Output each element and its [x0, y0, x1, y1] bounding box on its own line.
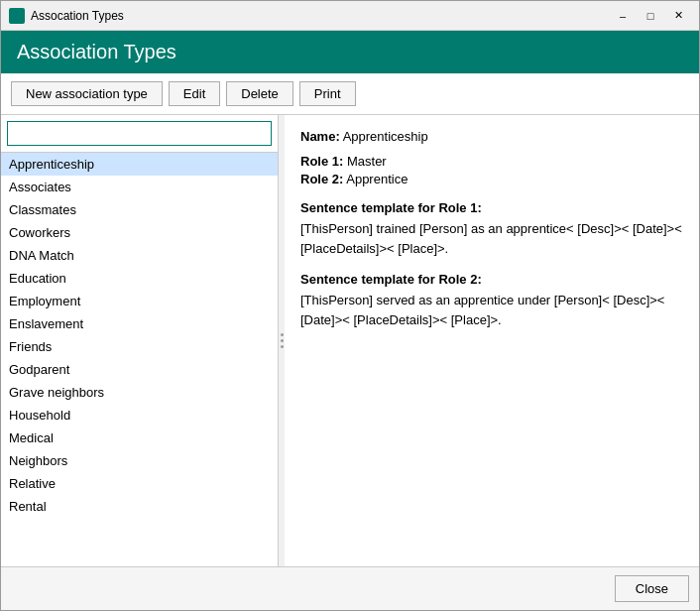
detail-panel: Name: Apprenticeship Role 1: Master Role… [285, 115, 699, 566]
window-close-button[interactable]: ✕ [665, 6, 691, 26]
list-item[interactable]: Household [1, 404, 278, 427]
header: Association Types [1, 31, 699, 73]
window-controls: – □ ✕ [610, 6, 691, 26]
delete-button[interactable]: Delete [226, 81, 293, 106]
splitter-dot-2 [281, 339, 284, 342]
splitter-dot-3 [281, 345, 284, 348]
list-item[interactable]: Employment [1, 290, 278, 312]
splitter-dot-1 [281, 333, 284, 336]
detail-role2-row: Role 2: Apprentice [300, 172, 683, 186]
list-item[interactable]: Grave neighbors [1, 381, 278, 404]
list-item[interactable]: Coworkers [1, 221, 278, 244]
list-item[interactable]: Associates [1, 176, 278, 198]
list-item[interactable]: Rental [1, 495, 278, 518]
main-window: Assocation Types – □ ✕ Association Types… [0, 0, 700, 611]
close-button[interactable]: Close [615, 575, 689, 602]
detail-role1-row: Role 1: Master [300, 154, 683, 169]
splitter-handle [281, 333, 284, 348]
left-panel: ApprenticeshipAssociatesClassmatesCowork… [1, 115, 279, 566]
new-association-type-button[interactable]: New association type [11, 81, 163, 106]
list-item[interactable]: Classmates [1, 198, 278, 221]
list-item[interactable]: Relative [1, 472, 278, 495]
titlebar-title: Assocation Types [31, 9, 610, 23]
list-item[interactable]: Education [1, 267, 278, 290]
sentence-role1-text: [ThisPerson] trained [Person] as an appr… [300, 219, 683, 258]
search-wrap [1, 115, 278, 153]
sentence-role1-section: Sentence template for Role 1: [ThisPerso… [300, 200, 683, 258]
app-icon [9, 8, 25, 24]
titlebar: Assocation Types – □ ✕ [1, 1, 699, 31]
sentence-role2-section: Sentence template for Role 2: [ThisPerso… [300, 272, 683, 329]
page-title: Association Types [17, 41, 176, 62]
list-item[interactable]: Apprenticeship [1, 153, 278, 176]
maximize-button[interactable]: □ [638, 6, 663, 26]
content-area: ApprenticeshipAssociatesClassmatesCowork… [1, 115, 699, 566]
list-item[interactable]: Neighbors [1, 449, 278, 472]
footer: Close [1, 566, 699, 610]
print-button[interactable]: Print [299, 81, 356, 106]
list-item[interactable]: Enslavement [1, 312, 278, 335]
association-list: ApprenticeshipAssociatesClassmatesCowork… [1, 153, 278, 566]
detail-name-row: Name: Apprenticeship [300, 129, 683, 144]
edit-button[interactable]: Edit [169, 81, 220, 106]
list-item[interactable]: Medical [1, 427, 278, 449]
sentence-role2-text: [ThisPerson] served as an apprentice und… [300, 291, 683, 329]
sentence-role2-title: Sentence template for Role 2: [300, 272, 683, 287]
list-item[interactable]: DNA Match [1, 244, 278, 267]
search-input[interactable] [7, 121, 272, 146]
sentence-role1-title: Sentence template for Role 1: [300, 200, 683, 215]
toolbar: New association type Edit Delete Print [1, 73, 699, 115]
list-item[interactable]: Godparent [1, 358, 278, 381]
list-item[interactable]: Friends [1, 335, 278, 358]
minimize-button[interactable]: – [610, 6, 636, 26]
